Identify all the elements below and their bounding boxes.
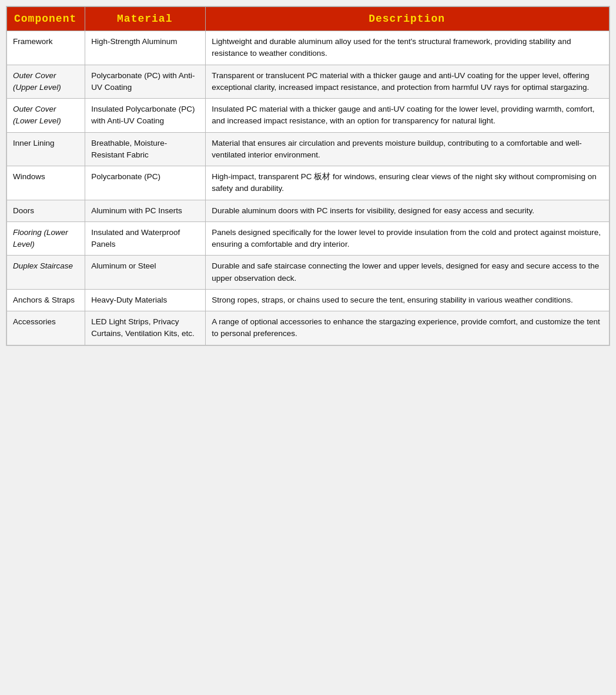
component-cell: Framework [7,31,85,65]
component-cell: Flooring (Lower Level) [7,221,85,256]
description-cell: High-impact, transparent PC 板材 for windo… [206,166,610,200]
table-row: Outer Cover (Lower Level)Insulated Polyc… [7,99,610,133]
material-cell: Insulated and Waterproof Panels [85,221,206,256]
component-cell: Anchors & Straps [7,289,85,311]
table-row: Inner LiningBreathable, Moisture-Resista… [7,132,610,166]
table-row: Flooring (Lower Level)Insulated and Wate… [7,221,610,256]
component-cell: Outer Cover (Lower Level) [7,99,85,133]
components-table: Component Material Description Framework… [6,6,610,345]
description-cell: Transparent or translucent PC material w… [206,65,610,99]
component-cell: Outer Cover (Upper Level) [7,65,85,99]
material-cell: Aluminum or Steel [85,256,206,290]
material-cell: LED Light Strips, Privacy Curtains, Vent… [85,311,206,345]
header-description: Description [206,7,610,31]
component-cell: Duplex Staircase [7,256,85,290]
table-row: FrameworkHigh-Strength AluminumLightweig… [7,31,610,65]
header-material: Material [85,7,206,31]
table-header-row: Component Material Description [7,7,610,31]
material-cell: Breathable, Moisture-Resistant Fabric [85,132,206,166]
material-cell: Polycarbonate (PC) [85,166,206,200]
material-cell: High-Strength Aluminum [85,31,206,65]
material-cell: Polycarbonate (PC) with Anti-UV Coating [85,65,206,99]
description-cell: Durable aluminum doors with PC inserts f… [206,200,610,221]
main-table-container: Component Material Description Framework… [6,6,610,346]
description-cell: Lightweight and durable aluminum alloy u… [206,31,610,65]
component-cell: Doors [7,200,85,221]
description-cell: Strong ropes, straps, or chains used to … [206,289,610,311]
component-cell: Accessories [7,311,85,345]
table-row: DoorsAluminum with PC InsertsDurable alu… [7,200,610,221]
material-cell: Aluminum with PC Inserts [85,200,206,221]
description-cell: Panels designed specifically for the low… [206,221,610,256]
table-row: Outer Cover (Upper Level)Polycarbonate (… [7,65,610,99]
material-cell: Insulated Polycarbonate (PC) with Anti-U… [85,99,206,133]
table-row: Anchors & StrapsHeavy-Duty MaterialsStro… [7,289,610,311]
table-body: FrameworkHigh-Strength AluminumLightweig… [7,31,610,345]
description-cell: A range of optional accessories to enhan… [206,311,610,345]
description-cell: Insulated PC material with a thicker gau… [206,99,610,133]
component-cell: Windows [7,166,85,200]
table-row: Duplex StaircaseAluminum or SteelDurable… [7,256,610,290]
header-component: Component [7,7,85,31]
material-cell: Heavy-Duty Materials [85,289,206,311]
table-row: AccessoriesLED Light Strips, Privacy Cur… [7,311,610,345]
description-cell: Durable and safe staircase connecting th… [206,256,610,290]
component-cell: Inner Lining [7,132,85,166]
table-row: WindowsPolycarbonate (PC)High-impact, tr… [7,166,610,200]
description-cell: Material that ensures air circulation an… [206,132,610,166]
